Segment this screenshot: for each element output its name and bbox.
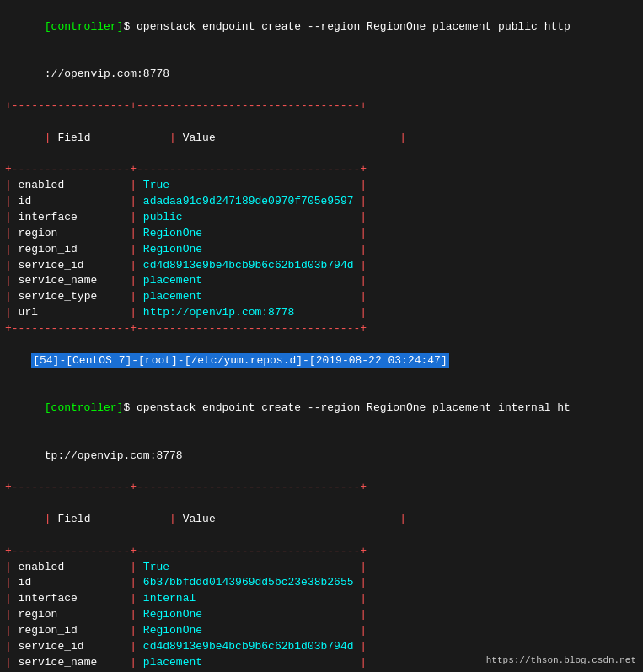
table-row: | enabled | True |: [0, 560, 643, 576]
table-row: | service_type | placement |: [0, 289, 643, 305]
prompt-line-1-1: [controller]$ openstack endpoint create …: [0, 3, 643, 51]
table-sep-1-bot: +------------------+--------------------…: [0, 321, 643, 337]
terminal: [controller]$ openstack endpoint create …: [0, 0, 643, 672]
table-row: | url | http://openvip.com:8778 |: [0, 305, 643, 321]
watermark: https://thson.blog.csdn.net: [486, 655, 636, 665]
table-row: | region_id | RegionOne |: [0, 242, 643, 258]
table-row: | enabled | True |: [0, 178, 643, 194]
section-1: [controller]$ openstack endpoint create …: [0, 3, 643, 337]
table-row: | region | RegionOne |: [0, 607, 643, 623]
table-row: | id | adadaa91c9d247189de0970f705e9597 …: [0, 194, 643, 210]
section-2: [controller]$ openstack endpoint create …: [0, 384, 643, 672]
table-row: | service_id | cd4d8913e9be4bcb9b6c62b1d…: [0, 258, 643, 274]
prompt-line-1-2: ://openvip.com:8778: [0, 51, 643, 99]
table-sep-1-top: +------------------+--------------------…: [0, 99, 643, 115]
table-sep-2-top: +------------------+--------------------…: [0, 480, 643, 496]
prompt-badge-2: [54]-[CentOS 7]-[root]-[/etc/yum.repos.d…: [31, 353, 448, 368]
prompt-controller: [controller]: [45, 20, 124, 33]
table-row: | service_id | cd4d8913e9be4bcb9b6c62b1d…: [0, 639, 643, 655]
table-sep-1-mid: +------------------+--------------------…: [0, 162, 643, 178]
table-header-1: | Field | Value |: [0, 115, 643, 163]
prompt-line-2-2: tp://openvip.com:8778: [0, 433, 643, 481]
table-row: | interface | public |: [0, 210, 643, 226]
badge-2: [54]-[CentOS 7]-[root]-[/etc/yum.repos.d…: [0, 337, 643, 385]
prompt-line-2-1: [controller]$ openstack endpoint create …: [0, 384, 643, 433]
table-row: | region | RegionOne |: [0, 226, 643, 242]
table-row: | region_id | RegionOne |: [0, 623, 643, 639]
table-row: | service_name | placement |: [0, 273, 643, 289]
table-row: | interface | internal |: [0, 591, 643, 607]
table-header-2: | Field | Value |: [0, 496, 643, 544]
table-sep-2-mid: +------------------+--------------------…: [0, 544, 643, 560]
table-row: | id | 6b37bbfddd0143969dd5bc23e38b2655 …: [0, 575, 643, 591]
